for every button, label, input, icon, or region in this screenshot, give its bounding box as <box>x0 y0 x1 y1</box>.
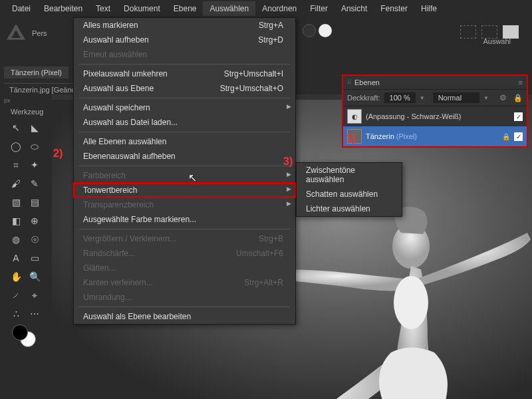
layer-row[interactable]: ◐(Anpassung - Schwarz-Weiß) ✓ <box>343 106 527 126</box>
menu-anordnen[interactable]: Anordnen <box>255 1 303 16</box>
gear-icon[interactable]: ⚙ <box>499 93 507 102</box>
circle-dark-icon[interactable] <box>303 24 316 37</box>
picker-tool-icon[interactable]: ⌖ <box>27 287 43 303</box>
menu-item-label: Vergrößern / Verkleinern... <box>83 234 176 243</box>
move-tool-icon[interactable]: ↖ <box>8 120 24 136</box>
crop-tool-icon[interactable]: ⌗ <box>8 157 24 173</box>
menu-shortcut: Strg+Umschalt+I <box>224 69 283 78</box>
menu-item[interactable]: Ebenenauswahl aufheben <box>74 149 295 164</box>
submenu-item[interactable]: Zwischentöne auswählen <box>297 163 402 187</box>
annotation-3: 3) <box>283 156 293 168</box>
marquee-tool-icon[interactable]: ⬭ <box>27 138 43 154</box>
tools-panel-title: Werkzeug <box>11 108 43 116</box>
layers-panel: ⠿ Ebenen ≡ Deckkraft: 100 % ▼ Normal ▼ ⚙… <box>342 74 528 148</box>
svg-point-1 <box>394 276 428 329</box>
menu-datei[interactable]: Datei <box>5 1 37 16</box>
menu-item[interactable]: Alles markierenStrg+A <box>74 18 295 33</box>
menu-item[interactable]: Tonwertbereich▶ <box>74 183 295 198</box>
auswahl-label: Auswahl <box>483 37 511 45</box>
visibility-checkbox[interactable]: ✓ <box>514 132 523 141</box>
brush-tool-icon[interactable]: 🖌 <box>8 176 24 192</box>
lock-icon[interactable]: 🔒 <box>513 94 523 102</box>
marquee-dashed-icon[interactable] <box>460 25 476 39</box>
layer-row[interactable]: Tänzerin (Pixel)🔒✓ <box>343 126 527 146</box>
fill-tool-icon[interactable]: ▧ <box>8 194 24 210</box>
menu-item-label: Auswahl als Ebene bearbeiten <box>83 312 191 321</box>
menu-text[interactable]: Text <box>89 1 117 16</box>
marquee-filled-icon[interactable] <box>503 25 519 39</box>
blur-tool-icon[interactable]: ◍ <box>8 231 24 247</box>
menu-item[interactable]: Auswahl als Ebene bearbeiten <box>74 309 295 324</box>
annotation-1: 1) <box>346 133 355 145</box>
menu-shortcut: Strg+Alt+R <box>244 278 283 287</box>
layer-name: (Anpassung - Schwarz-Weiß) <box>366 112 510 120</box>
menu-dokument[interactable]: Dokument <box>117 1 167 16</box>
document-tab[interactable]: Tänzerin (Pixel) <box>4 66 68 78</box>
menu-item[interactable]: Ausgewählte Farbe markieren... <box>74 212 295 227</box>
wand-tool-icon[interactable]: ✦ <box>27 157 43 173</box>
menu-item[interactable]: Auswahl aufhebenStrg+D <box>74 33 295 47</box>
visibility-checkbox[interactable]: ✓ <box>514 112 523 121</box>
submenu-item[interactable]: Lichter auswählen <box>297 201 402 216</box>
right-tool-group <box>460 25 519 39</box>
blend-mode-select[interactable]: Normal <box>433 92 479 103</box>
layers-header[interactable]: ⠿ Ebenen ≡ <box>343 76 527 90</box>
node-tool-icon[interactable]: ◣ <box>27 120 43 136</box>
menu-item[interactable]: Pixelauswahl umkehrenStrg+Umschalt+I <box>74 66 295 81</box>
submenu-arrow-icon: ▶ <box>287 171 291 178</box>
menu-shortcut: Strg+B <box>259 234 283 243</box>
pen-tool-icon[interactable]: ✎ <box>27 176 43 192</box>
chevron-down-icon[interactable]: ▼ <box>420 95 425 101</box>
menu-filter[interactable]: Filter <box>303 1 334 16</box>
menu-item[interactable]: Auswahl speichern▶ <box>74 100 295 115</box>
zoom-tool-icon[interactable]: 🔍 <box>27 269 43 285</box>
layer-name: Tänzerin (Pixel) <box>366 132 498 140</box>
extra-tool-icon[interactable]: ⋯ <box>27 306 43 322</box>
menu-ebene[interactable]: Ebene <box>167 1 203 16</box>
menu-item: Randschärfe...Umschalt+F6 <box>74 246 295 261</box>
menu-item[interactable]: Alle Ebenen auswählen <box>74 134 295 149</box>
menu-shortcut: Umschalt+F6 <box>236 249 283 258</box>
eraser-tool-icon[interactable]: ◧ <box>8 213 24 229</box>
layers-title: Ebenen <box>354 78 519 86</box>
panel-grip-icon[interactable]: ⠿ <box>347 79 350 86</box>
shape-tool-icon[interactable]: ▭ <box>27 250 43 266</box>
menu-item[interactable]: Auswahl aus EbeneStrg+Umschalt+O <box>74 81 295 96</box>
menu-item[interactable]: Auswahl aus Datei laden... <box>74 115 295 130</box>
menu-shortcut: Strg+A <box>259 21 283 30</box>
marquee-alt-icon[interactable] <box>481 25 497 39</box>
smudge-tool-icon[interactable]: ⦾ <box>27 231 43 247</box>
submenu-item[interactable]: Schatten auswählen <box>297 187 402 201</box>
lasso-tool-icon[interactable]: ◯ <box>8 138 24 154</box>
text-tool-icon[interactable]: A <box>8 250 24 266</box>
circle-light-icon[interactable] <box>319 24 332 37</box>
mask-circles[interactable] <box>303 24 332 37</box>
layer-thumb-icon: ◐ <box>347 109 362 124</box>
menu-separator <box>79 98 290 98</box>
opacity-row: Deckkraft: 100 % ▼ Normal ▼ ⚙ 🔒 <box>343 90 527 106</box>
menu-separator <box>79 307 290 307</box>
app-logo-icon <box>7 24 25 43</box>
ruler-unit: px <box>4 97 11 104</box>
grad-tool-icon[interactable]: ▤ <box>27 194 43 210</box>
submenu-arrow-icon: ▶ <box>287 186 291 192</box>
dodge-tool-icon[interactable]: ⟋ <box>8 287 24 303</box>
menu-item-label: Farbbereich <box>83 171 126 180</box>
mesh-tool-icon[interactable]: ∴ <box>8 306 24 322</box>
fg-swatch-icon[interactable] <box>12 325 28 340</box>
menu-separator <box>79 132 290 132</box>
menu-fenster[interactable]: Fenster <box>374 1 414 16</box>
chevron-down-icon[interactable]: ▼ <box>483 95 489 101</box>
clone-tool-icon[interactable]: ⊕ <box>27 213 43 229</box>
menu-hilfe[interactable]: Hilfe <box>414 1 444 16</box>
menu-item: Farbbereich▶ <box>74 168 295 183</box>
menu-auswählen[interactable]: Auswählen <box>203 1 255 16</box>
menu-ansicht[interactable]: Ansicht <box>334 1 374 16</box>
panel-menu-icon[interactable]: ≡ <box>519 78 523 86</box>
menu-item-label: Alle Ebenen auswählen <box>83 137 166 146</box>
menu-item-label: Tonwertbereich <box>83 186 137 195</box>
hand-tool-icon[interactable]: ✋ <box>8 269 24 285</box>
menu-bearbeiten[interactable]: Bearbeiten <box>37 1 89 16</box>
lock-icon[interactable]: 🔒 <box>502 133 510 140</box>
opacity-value[interactable]: 100 % <box>384 92 416 103</box>
